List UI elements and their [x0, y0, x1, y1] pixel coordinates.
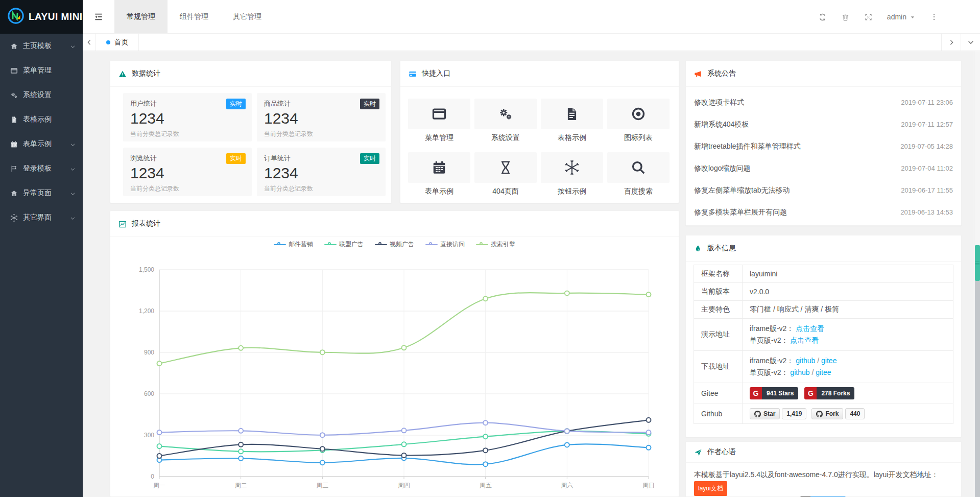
panel-title: 快捷入口 [422, 69, 450, 78]
sidebar-item-label: 异常页面 [23, 188, 52, 198]
trash-icon[interactable] [841, 13, 850, 21]
stat-caption: 当前分类总记录数 [130, 184, 245, 193]
quick-item-百度搜索[interactable]: 百度搜索 [607, 152, 670, 196]
panel-title: 作者心语 [707, 447, 736, 457]
tab-scroll-right-icon[interactable] [941, 34, 961, 51]
stat-value: 1234 [264, 164, 378, 182]
main-content: 数据统计 用户统计1234当前分类总记录数实时商品统计1234当前分类总记录数实… [83, 51, 974, 497]
version-row-2: 当前版本v2.0.0 [694, 283, 953, 301]
calendar-icon [9, 140, 18, 149]
svg-text:1,200: 1,200 [139, 307, 154, 315]
svg-text:0: 0 [151, 473, 154, 480]
file-icon [564, 106, 580, 122]
notice-item-3[interactable]: 新增treetable插件和菜单管理样式2019-07-05 14:28 [686, 135, 961, 157]
version-label: 当前版本 [694, 283, 743, 301]
github-fork-badge[interactable]: Fork440 [811, 408, 865, 419]
fullscreen-icon[interactable] [864, 13, 873, 21]
header-tab-2[interactable]: 组件管理 [168, 0, 221, 33]
sidebar-item-7[interactable]: 异常页面 [0, 181, 83, 205]
tab-operations-icon[interactable] [961, 34, 980, 51]
notice-item-5[interactable]: 修复左侧菜单缩放tab无法移动2019-06-17 11:55 [686, 179, 961, 201]
gitee-badge[interactable]: G941 Stars [750, 387, 798, 399]
link-gitee[interactable]: gitee [816, 368, 831, 376]
link-gitee[interactable]: gitee [821, 357, 836, 365]
leaf-icon [694, 244, 702, 252]
header-tab-3[interactable]: 其它管理 [221, 0, 274, 33]
quick-item-label: 图标列表 [607, 133, 670, 143]
sidebar-item-8[interactable]: 其它界面 [0, 205, 83, 230]
sidebar-item-5[interactable]: 表单示例 [0, 132, 83, 156]
quick-item-菜单管理[interactable]: 菜单管理 [408, 99, 470, 143]
layui-doc-badge[interactable]: layui文档 [694, 481, 727, 496]
notice-item-4[interactable]: 修改logo缩放问题2019-07-04 11:02 [686, 157, 961, 179]
tab-scroll-left-icon[interactable] [83, 34, 96, 51]
stat-caption: 当前分类总记录数 [264, 130, 378, 138]
scrollbar-thumb-lower[interactable] [975, 281, 980, 497]
sidebar-item-1[interactable]: 主页模板 [0, 34, 83, 58]
panel-title: 版本信息 [707, 244, 736, 253]
github-icon [754, 410, 761, 417]
stat-card-4: 订单统计1234当前分类总记录数实时 [257, 148, 386, 196]
notice-date: 2019-07-05 14:28 [900, 143, 953, 150]
refresh-icon[interactable] [818, 13, 827, 21]
link-点击查看[interactable]: 点击查看 [790, 336, 819, 344]
github-icon [816, 410, 823, 417]
stat-badge: 实时 [226, 99, 246, 109]
author-line1: 本模板基于layui2.5.4以及font-awesome-4.7.0进行实现。… [694, 470, 938, 479]
link-github[interactable]: github [796, 357, 815, 365]
collapse-menu-icon[interactable] [83, 0, 114, 33]
cogs-icon [498, 106, 513, 122]
gitee-badge[interactable]: G278 Forks [804, 387, 854, 399]
cogs-icon [9, 91, 18, 100]
notice-text: 修改logo缩放问题 [694, 164, 750, 173]
quick-item-系统设置[interactable]: 系统设置 [474, 99, 537, 143]
svg-text:1,500: 1,500 [139, 266, 154, 273]
notice-text: 修复左侧菜单缩放tab无法移动 [694, 186, 790, 195]
stat-badge: 实时 [360, 99, 379, 109]
sidebar-item-6[interactable]: 登录模板 [0, 156, 83, 181]
github-star-badge[interactable]: Star1,419 [750, 408, 806, 419]
quick-item-按钮示例[interactable]: 按钮示例 [541, 152, 603, 196]
user-menu[interactable]: admin [887, 13, 916, 21]
quick-item-图标列表[interactable]: 图标列表 [607, 99, 670, 143]
panel-title: 报表统计 [132, 219, 160, 228]
tab-dot [106, 40, 110, 44]
more-vertical-icon[interactable] [930, 13, 938, 21]
sidebar-item-3[interactable]: 系统设置 [0, 83, 83, 107]
stat-caption: 当前分类总记录数 [264, 184, 378, 193]
chevron-down-icon [70, 164, 76, 173]
notice-item-6[interactable]: 修复多模块菜单栏展开有问题2019-06-13 14:53 [686, 201, 961, 223]
notice-item-1[interactable]: 修改选项卡样式2019-07-11 23:06 [686, 91, 961, 113]
tab-home[interactable]: 首页 [96, 34, 139, 51]
stat-caption: 当前分类总记录数 [130, 130, 245, 138]
version-row-3: 主要特色零门槛 / 响应式 / 清爽 / 极简 [694, 301, 953, 319]
header-tab-1[interactable]: 常规管理 [114, 0, 168, 33]
home-icon [9, 189, 18, 198]
version-row-1: 框架名称layuimini [694, 265, 953, 283]
sidebar-item-2[interactable]: 菜单管理 [0, 58, 83, 83]
version-label: 主要特色 [694, 301, 743, 319]
version-label: 下载地址 [694, 351, 743, 383]
link-github[interactable]: github [790, 368, 809, 376]
svg-text:周六: 周六 [561, 482, 573, 489]
window-icon [432, 106, 447, 122]
quick-item-404页面[interactable]: 404页面 [474, 152, 537, 196]
quick-item-表单示例[interactable]: 表单示例 [408, 152, 470, 196]
version-row-4: 演示地址iframe版-v2： 点击查看单页版-v2： 点击查看 [694, 319, 953, 351]
chevron-down-icon [70, 140, 76, 148]
stat-card-3: 浏览统计1234当前分类总记录数实时 [123, 148, 252, 196]
version-label: 框架名称 [694, 265, 743, 283]
snowflake-icon [564, 160, 580, 175]
sidebar-item-4[interactable]: 表格示例 [0, 107, 83, 132]
panel-quick-entry: 快捷入口 菜单管理系统设置表格示例图标列表表单示例404页面按钮示例百度搜索 [400, 60, 679, 203]
scrollbar-thumb[interactable] [975, 245, 980, 281]
paper-plane-icon [694, 447, 702, 456]
chevron-down-icon [70, 42, 76, 50]
notice-date: 2019-07-04 11:02 [901, 164, 953, 172]
window-icon [9, 66, 18, 75]
megaphone-icon [694, 69, 702, 78]
snowflake-icon [9, 214, 18, 222]
notice-item-2[interactable]: 新增系统404模板2019-07-11 12:57 [686, 113, 961, 135]
quick-item-表格示例[interactable]: 表格示例 [541, 99, 603, 143]
link-点击查看[interactable]: 点击查看 [796, 324, 824, 333]
